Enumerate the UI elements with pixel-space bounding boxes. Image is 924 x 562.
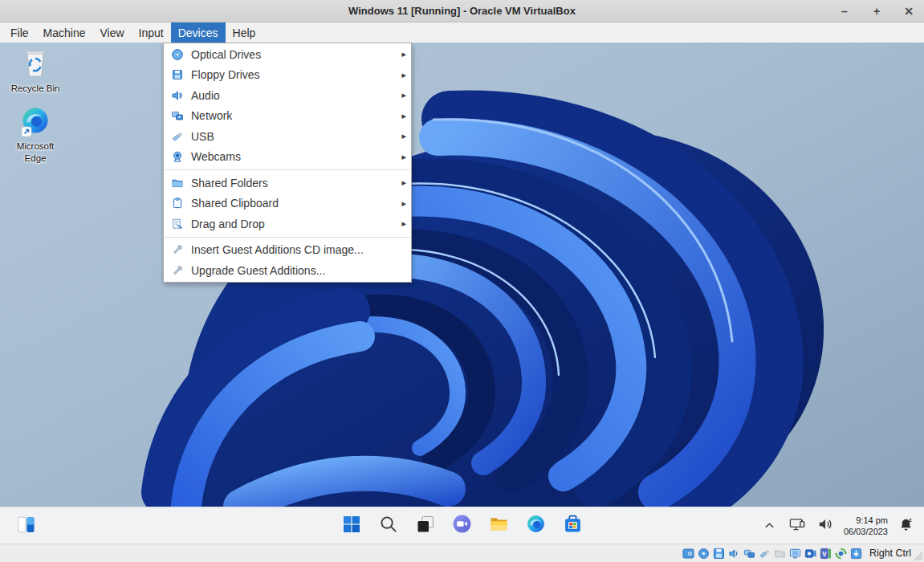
usb-status-icon[interactable] xyxy=(759,547,771,560)
menu-item-usb[interactable]: USB ▸ xyxy=(164,126,411,147)
drag-and-drop-icon xyxy=(171,218,184,230)
webcam-icon xyxy=(171,150,184,163)
svg-text:z: z xyxy=(909,517,912,523)
submenu-arrow-icon: ▸ xyxy=(397,49,406,59)
menu-item-webcams[interactable]: Webcams ▸ xyxy=(164,147,411,168)
optical-drive-icon xyxy=(171,48,184,61)
hard-disk-icon[interactable] xyxy=(682,547,695,560)
resize-grip[interactable] xyxy=(914,552,923,561)
vbox-status-bar: V Right Ctrl xyxy=(0,544,924,562)
search-icon xyxy=(379,515,397,536)
optical-disc-icon[interactable] xyxy=(698,547,710,560)
virtualbox-window: Windows 11 [Running] - Oracle VM Virtual… xyxy=(0,0,924,562)
maximize-button[interactable]: + xyxy=(869,0,884,22)
store-icon xyxy=(563,514,583,537)
usb-icon xyxy=(171,130,184,143)
submenu-arrow-icon: ▸ xyxy=(397,111,406,121)
desktop-icon-list: Recycle Bin xyxy=(5,47,66,164)
task-view-icon xyxy=(416,515,435,537)
menu-item-label: Upgrade Guest Additions... xyxy=(191,264,406,277)
tray-chevron-button[interactable] xyxy=(759,511,780,540)
volume-icon xyxy=(818,517,834,535)
menu-item-label: Insert Guest Additions CD image... xyxy=(191,243,406,256)
network-tray-icon xyxy=(789,517,806,536)
menu-item-label: Drag and Drop xyxy=(191,218,389,230)
file-explorer-button[interactable] xyxy=(485,511,514,540)
network-icon xyxy=(171,109,184,122)
menu-item-insert-guest-additions[interactable]: Insert Guest Additions CD image... xyxy=(164,240,411,261)
desktop-icon-label: Recycle Bin xyxy=(11,83,60,94)
display-status-icon[interactable] xyxy=(789,547,802,560)
desktop-icon-microsoft-edge[interactable]: Microsoft Edge xyxy=(5,105,66,164)
mouse-integration-icon[interactable] xyxy=(835,547,848,560)
guest-additions-icon xyxy=(171,264,184,277)
menu-item-floppy-drives[interactable]: Floppy Drives ▸ xyxy=(164,65,411,86)
tray-date: 06/03/2023 xyxy=(844,526,888,537)
guest-additions-icon xyxy=(171,243,184,256)
shared-folders-status-icon[interactable] xyxy=(774,547,787,560)
minimize-button[interactable]: – xyxy=(837,0,852,22)
desktop-icon-recycle-bin[interactable]: Recycle Bin xyxy=(5,47,66,94)
submenu-arrow-icon: ▸ xyxy=(397,198,406,209)
desktop-icon-label: Microsoft Edge xyxy=(5,140,66,164)
menu-item-label: Webcams xyxy=(191,150,389,163)
menu-help[interactable]: Help xyxy=(226,22,263,43)
tray-time: 9:14 pm xyxy=(844,515,888,526)
network-tray-button[interactable] xyxy=(788,511,808,540)
host-key-indicator: Right Ctrl xyxy=(869,548,911,559)
menu-item-label: Shared Clipboard xyxy=(191,197,389,210)
menu-item-upgrade-guest-additions[interactable]: Upgrade Guest Additions... xyxy=(164,260,411,281)
start-icon xyxy=(342,515,361,537)
volume-button[interactable] xyxy=(816,511,836,540)
title-bar: Windows 11 [Running] - Oracle VM Virtual… xyxy=(0,0,924,22)
task-view-button[interactable] xyxy=(411,511,440,540)
tray-clock[interactable]: 9:14 pm 06/03/2023 xyxy=(844,515,888,538)
edge-icon xyxy=(526,514,546,537)
desktop: Recycle Bin xyxy=(0,43,924,507)
submenu-arrow-icon: ▸ xyxy=(397,70,406,80)
menu-item-label: Floppy Drives xyxy=(191,68,389,81)
chat-button[interactable] xyxy=(448,511,477,540)
menu-machine[interactable]: Machine xyxy=(36,22,93,43)
shared-folders-icon xyxy=(171,177,184,189)
menu-separator xyxy=(165,169,410,170)
menu-devices[interactable]: Devices xyxy=(171,22,226,43)
menu-view[interactable]: View xyxy=(92,22,131,43)
menu-item-shared-folders[interactable]: Shared Folders ▸ xyxy=(164,173,411,193)
store-button[interactable] xyxy=(559,511,588,540)
menu-item-drag-and-drop[interactable]: Drag and Drop ▸ xyxy=(164,214,411,234)
submenu-arrow-icon: ▸ xyxy=(397,218,406,229)
edge-button[interactable] xyxy=(522,511,551,540)
system-tray: 9:14 pm 06/03/2023 z xyxy=(759,507,916,544)
menu-input[interactable]: Input xyxy=(132,22,171,43)
recycle-bin-icon xyxy=(19,47,51,81)
audio-status-icon[interactable] xyxy=(728,547,741,560)
close-button[interactable]: ✕ xyxy=(902,0,916,22)
submenu-arrow-icon: ▸ xyxy=(397,152,406,162)
menu-item-label: Shared Folders xyxy=(191,177,389,189)
edge-shortcut-icon xyxy=(18,105,52,139)
floppy-icon[interactable] xyxy=(713,547,726,560)
keyboard-capture-icon[interactable] xyxy=(850,547,863,560)
widgets-icon xyxy=(16,515,36,538)
notification-button[interactable]: z xyxy=(895,511,916,540)
menu-file[interactable]: File xyxy=(3,22,36,43)
search-button[interactable] xyxy=(374,511,403,540)
submenu-arrow-icon: ▸ xyxy=(397,177,406,188)
menu-item-label: Network xyxy=(191,109,389,122)
features-status-icon[interactable]: V xyxy=(820,547,832,560)
menu-item-optical-drives[interactable]: Optical Drives ▸ xyxy=(164,44,411,65)
menu-separator xyxy=(165,237,410,238)
network-status-icon[interactable] xyxy=(743,547,756,560)
menu-item-audio[interactable]: Audio ▸ xyxy=(164,85,411,106)
menu-item-shared-clipboard[interactable]: Shared Clipboard ▸ xyxy=(164,193,411,214)
window-controls: – + ✕ xyxy=(837,0,916,22)
recording-status-icon[interactable] xyxy=(804,547,817,560)
floppy-drive-icon xyxy=(171,68,184,81)
file-explorer-icon xyxy=(489,514,509,537)
widgets-button[interactable] xyxy=(11,511,40,540)
taskbar-center-icons xyxy=(337,511,588,540)
chat-icon xyxy=(452,514,472,537)
menu-item-network[interactable]: Network ▸ xyxy=(164,106,411,127)
start-button[interactable] xyxy=(337,511,366,540)
